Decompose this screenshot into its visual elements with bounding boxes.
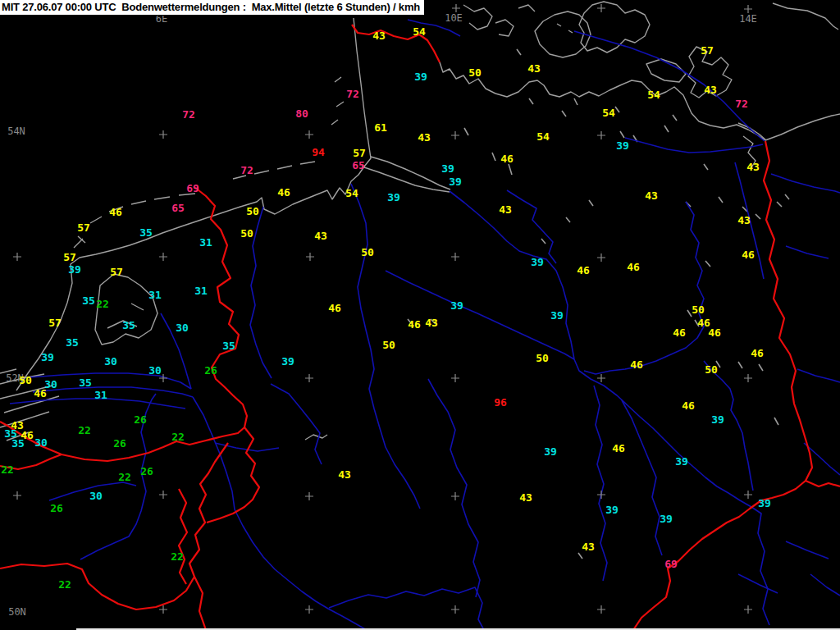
station-wind-value: 46: [673, 327, 686, 338]
station-wind-value: 65: [171, 203, 185, 213]
station-wind-value: 46: [627, 262, 640, 272]
station-wind-value: 35: [11, 438, 25, 449]
station-wind-value: 22: [96, 299, 109, 309]
station-wind-value: 22: [58, 579, 71, 590]
graticule-cross: [306, 253, 314, 261]
station-wind-value: 30: [89, 491, 103, 501]
graticule-cross: [597, 605, 605, 614]
station-wind-value: 80: [295, 108, 308, 119]
station-wind-value: 69: [664, 559, 678, 569]
station-wind-value: 39: [414, 71, 427, 82]
station-wind-value: 30: [148, 365, 162, 376]
station-wind-value: 50: [705, 364, 718, 375]
station-wind-value: 22: [171, 431, 185, 442]
station-wind-value: 46: [109, 207, 122, 217]
station-wind-value: 72: [182, 109, 195, 120]
graticule-cross: [451, 492, 459, 500]
station-wind-value: 54: [647, 89, 660, 100]
station-wind-value: 50: [19, 375, 32, 386]
station-wind-value: 46: [708, 327, 721, 338]
station-wind-value: 43: [746, 162, 760, 172]
graticule-cross: [451, 605, 459, 614]
graticule-cross: [13, 253, 21, 261]
station-wind-value: 30: [104, 356, 117, 367]
station-wind-value: 31: [194, 285, 208, 296]
station-wind-value: 30: [176, 322, 189, 333]
graticule-cross: [597, 253, 605, 262]
station-wind-value: 57: [110, 267, 123, 277]
station-wind-value: 54: [345, 188, 358, 199]
graticule-cross: [452, 4, 460, 12]
station-wind-value: 43: [704, 84, 717, 95]
station-wind-value: 72: [735, 98, 748, 109]
station-wind-value: 43: [645, 190, 658, 201]
station-wind-value: 43: [519, 492, 532, 503]
station-wind-value: 61: [374, 122, 387, 133]
station-wind-value: 57: [48, 317, 62, 328]
graticule-cross: [159, 130, 167, 139]
station-wind-value: 57: [77, 222, 90, 233]
station-wind-value: 43: [372, 30, 386, 41]
station-wind-value: 43: [418, 132, 431, 143]
graticule-cross: [13, 491, 21, 500]
station-wind-value: 46: [277, 187, 290, 198]
station-wind-value: 43: [425, 317, 438, 328]
station-wind-value: 46: [630, 359, 643, 370]
station-wind-value: 50: [536, 353, 549, 363]
station-wind-value: 54: [602, 107, 615, 118]
station-wind-value: 57: [63, 252, 76, 262]
station-wind-value: 39: [660, 514, 673, 524]
lat-label: 54N: [7, 126, 25, 136]
station-wind-value: 46: [751, 348, 764, 358]
station-wind-value: 39: [758, 498, 771, 509]
station-wind-value: 46: [328, 303, 341, 313]
graticule-cross: [159, 491, 167, 499]
station-wind-value: 30: [34, 437, 48, 448]
station-wind-value: 26: [50, 503, 63, 514]
graticule-cross: [744, 374, 752, 382]
lon-label: 14E: [739, 14, 757, 24]
graticule-cross: [597, 131, 605, 139]
graticule-cross: [305, 492, 313, 500]
graticule-cross: [597, 374, 605, 382]
station-wind-value: 57: [353, 148, 366, 158]
station-wind-value: 39: [68, 264, 81, 275]
graticule-cross: [305, 605, 313, 614]
station-wind-value: 39: [544, 446, 557, 457]
station-wind-value: 35: [139, 227, 153, 238]
graticule-layer: [13, 4, 752, 614]
lat-label: 50N: [8, 607, 26, 617]
station-wind-value: 43: [527, 63, 541, 74]
station-wind-value: 39: [711, 414, 724, 425]
station-wind-value: 26: [140, 466, 153, 477]
station-wind-value: 43: [499, 204, 512, 215]
station-wind-value: 72: [240, 165, 253, 176]
graticule-cross: [305, 130, 313, 139]
station-wind-value: 69: [186, 183, 199, 194]
station-wind-value: 39: [531, 257, 544, 267]
station-wind-value: 31: [199, 237, 212, 248]
station-wind-value: 22: [118, 472, 131, 482]
station-wind-value: 43: [338, 469, 351, 480]
station-wind-value: 30: [44, 379, 57, 390]
station-wind-value: 96: [494, 397, 507, 408]
station-wind-value: 39: [387, 192, 400, 203]
station-wind-value: 50: [692, 304, 705, 315]
station-wind-value: 50: [468, 67, 482, 78]
station-wind-value: 39: [281, 356, 294, 367]
graticule-cross: [597, 4, 605, 12]
station-wind-value: 22: [171, 551, 184, 562]
station-wind-value: 35: [79, 377, 92, 388]
station-wind-value: 94: [312, 147, 325, 158]
station-wind-value: 65: [352, 160, 365, 171]
station-wind-value: 39: [616, 140, 629, 151]
station-wind-value: 43: [314, 231, 327, 241]
station-wind-value: 72: [346, 89, 359, 99]
station-wind-value: 39: [41, 352, 54, 363]
station-wind-value: 54: [413, 26, 426, 37]
graticule-cross: [451, 131, 459, 139]
station-wind-value: 46: [682, 400, 695, 411]
station-wind-value: 39: [605, 504, 619, 515]
station-wind-value: 46: [742, 249, 755, 260]
station-wind-value: 46: [612, 443, 625, 454]
